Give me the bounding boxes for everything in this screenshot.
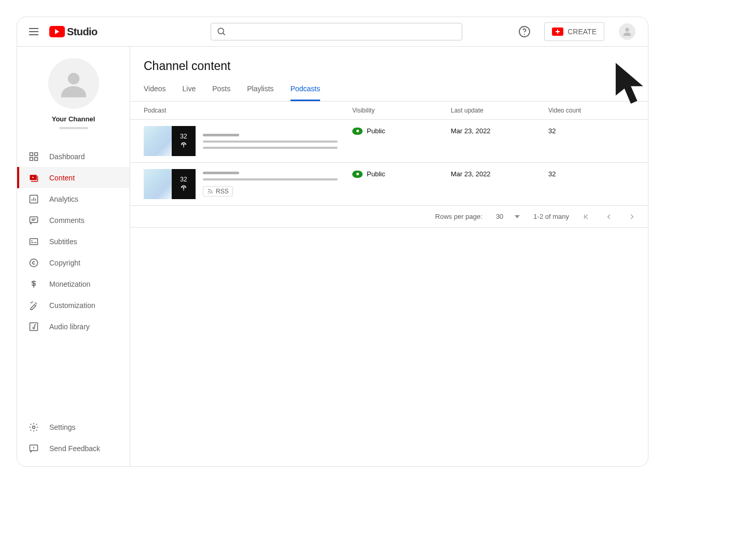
sidebar-item-dashboard[interactable]: Dashboard xyxy=(17,146,130,167)
table-row[interactable]: 32 RSS Public xyxy=(130,163,648,206)
monetization-icon xyxy=(29,279,39,289)
svg-point-26 xyxy=(30,259,38,267)
sidebar-item-feedback[interactable]: Send Feedback xyxy=(17,438,130,459)
col-last-update: Last update xyxy=(451,107,548,114)
sidebar-item-label: Dashboard xyxy=(49,152,85,161)
video-count-cell: 32 xyxy=(548,126,631,135)
sidebar-item-label: Customization xyxy=(49,301,95,310)
sidebar-item-subtitles[interactable]: Subtitles xyxy=(17,231,130,252)
search-wrap xyxy=(211,23,462,40)
sidebar-item-analytics[interactable]: Analytics xyxy=(17,188,130,209)
svg-point-7 xyxy=(625,28,629,32)
search-input[interactable] xyxy=(232,27,457,36)
table-pager: Rows per page: 30 1-2 of many xyxy=(130,206,648,228)
visibility-cell[interactable]: Public xyxy=(352,126,451,135)
visibility-cell[interactable]: Public xyxy=(352,169,451,178)
podcast-thumbnail[interactable]: 32 xyxy=(144,126,196,156)
svg-point-35 xyxy=(183,187,185,189)
sidebar-item-label: Analytics xyxy=(49,195,78,203)
channel-name: Your Channel xyxy=(52,115,95,123)
studio-logo[interactable]: Studio xyxy=(49,26,98,38)
svg-point-33 xyxy=(33,449,34,450)
youtube-play-icon xyxy=(49,26,65,37)
search-box[interactable] xyxy=(211,23,462,40)
svg-point-8 xyxy=(67,73,79,84)
feedback-icon xyxy=(29,443,39,454)
thumbnail-count-overlay: 32 xyxy=(172,126,196,156)
svg-rect-9 xyxy=(30,152,33,156)
col-video-count: Video count xyxy=(548,107,631,114)
chevron-left-icon xyxy=(605,213,613,220)
logo-text: Studio xyxy=(67,26,98,38)
sidebar-item-label: Comments xyxy=(49,216,85,225)
sidebar-item-label: Copyright xyxy=(49,259,80,267)
podcast-cell: 32 xyxy=(144,126,352,156)
svg-rect-29 xyxy=(30,323,38,330)
tab-playlists[interactable]: Playlists xyxy=(247,78,273,101)
tab-live[interactable]: Live xyxy=(183,78,196,101)
rss-icon xyxy=(207,188,213,194)
svg-point-30 xyxy=(33,426,35,428)
create-button[interactable]: CREATE xyxy=(544,22,604,41)
sidebar-item-content[interactable]: Content xyxy=(17,167,130,188)
channel-avatar[interactable] xyxy=(48,58,99,109)
hamburger-menu-icon[interactable] xyxy=(27,25,40,38)
prev-page-button[interactable] xyxy=(605,213,613,220)
sidebar-item-label: Send Feedback xyxy=(49,444,100,453)
comments-icon xyxy=(29,215,39,226)
col-podcast: Podcast xyxy=(144,107,352,114)
subtitles-icon xyxy=(29,236,39,247)
first-page-icon xyxy=(583,213,590,220)
content-tabs: Videos Live Posts Playlists Podcasts xyxy=(130,78,648,102)
tab-posts[interactable]: Posts xyxy=(212,78,230,101)
copyright-icon xyxy=(29,258,39,268)
sidebar-item-audio-library[interactable]: Audio library xyxy=(17,316,130,337)
svg-point-28 xyxy=(32,301,33,302)
main-content: Channel content Videos Live Posts Playli… xyxy=(130,47,648,466)
tab-podcasts[interactable]: Podcasts xyxy=(290,78,321,101)
body: Your Channel Dashboard Content Analytics xyxy=(17,47,648,466)
tab-videos[interactable]: Videos xyxy=(144,78,166,101)
sidebar-item-label: Audio library xyxy=(49,323,90,331)
page-range-text: 1-2 of many xyxy=(533,213,569,220)
svg-line-4 xyxy=(223,33,225,35)
svg-rect-19 xyxy=(30,217,38,222)
last-update-cell: Mar 23, 2022 xyxy=(451,126,548,135)
first-page-button[interactable] xyxy=(583,213,590,220)
svg-rect-12 xyxy=(35,157,38,160)
last-update-cell: Mar 23, 2022 xyxy=(451,169,548,178)
sidebar-item-settings[interactable]: Settings xyxy=(17,416,130,438)
thumbnail-count: 32 xyxy=(180,133,187,140)
podcast-thumbnail[interactable]: 32 xyxy=(144,169,196,199)
thumbnail-image xyxy=(144,126,172,156)
sidebar-item-comments[interactable]: Comments xyxy=(17,209,130,231)
sidebar-bottom: Settings Send Feedback xyxy=(17,416,130,466)
thumbnail-count: 32 xyxy=(180,176,187,183)
rss-label: RSS xyxy=(216,188,229,195)
app-window: Studio CREATE Your Channel xyxy=(17,17,648,467)
account-avatar[interactable] xyxy=(619,23,635,40)
sidebar-item-label: Subtitles xyxy=(49,237,77,246)
topbar: Studio CREATE xyxy=(17,17,648,47)
svg-point-6 xyxy=(524,34,525,35)
channel-handle-placeholder xyxy=(59,127,88,129)
svg-rect-10 xyxy=(35,152,38,156)
svg-marker-37 xyxy=(515,215,520,218)
sidebar-item-monetization[interactable]: Monetization xyxy=(17,273,130,295)
table-row[interactable]: 32 Public Mar 23, 2022 32 xyxy=(130,120,648,163)
podcast-title-placeholder xyxy=(203,126,352,156)
help-icon[interactable] xyxy=(518,25,531,38)
sidebar-item-label: Monetization xyxy=(49,280,90,288)
visibility-public-icon xyxy=(352,128,363,135)
sidebar-item-copyright[interactable]: Copyright xyxy=(17,252,130,273)
audio-library-icon xyxy=(29,321,39,332)
rss-badge[interactable]: RSS xyxy=(203,186,233,197)
podcast-title-placeholder: RSS xyxy=(203,169,352,199)
sidebar-item-customization[interactable]: Customization xyxy=(17,295,130,316)
col-visibility: Visibility xyxy=(352,107,451,114)
create-video-icon xyxy=(552,27,563,36)
content-icon xyxy=(29,173,39,183)
next-page-button[interactable] xyxy=(628,213,635,220)
pager-nav xyxy=(583,213,635,220)
rows-per-page-select[interactable]: 30 xyxy=(496,213,520,220)
